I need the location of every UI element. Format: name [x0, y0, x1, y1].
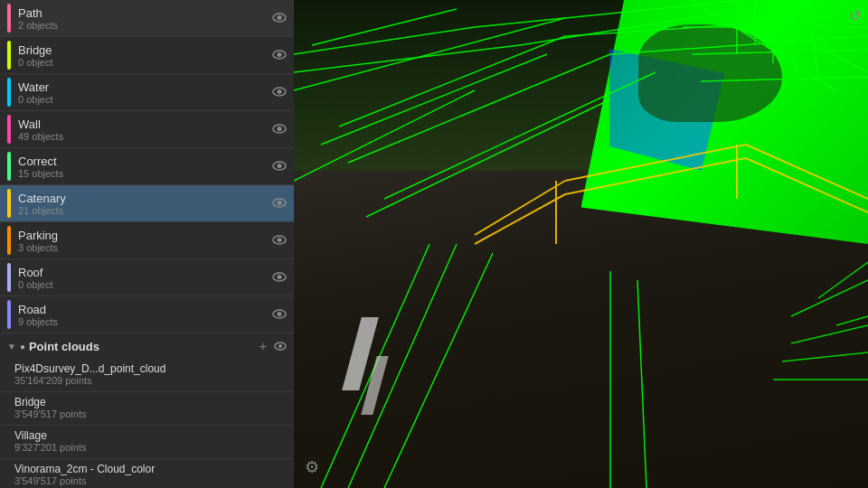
3d-scene-background: ⚙ ↺ — [294, 0, 868, 488]
layer-color-bar — [7, 263, 11, 292]
layer-name: Road — [18, 303, 267, 316]
layer-color-bar — [7, 78, 11, 107]
svg-line-37 — [791, 0, 796, 72]
layer-name: Parking — [18, 229, 267, 242]
svg-point-17 — [278, 312, 282, 316]
layer-color-bar — [7, 189, 11, 218]
viewport[interactable]: ⚙ ↺ — [294, 0, 868, 488]
svg-line-49 — [475, 181, 565, 235]
svg-point-19 — [278, 344, 282, 348]
layer-name: Water — [18, 80, 267, 94]
cloud-points: 9'327'201 points — [14, 442, 287, 453]
svg-line-62 — [836, 316, 868, 325]
svg-line-22 — [294, 18, 565, 90]
svg-line-51 — [746, 145, 868, 199]
layer-text: Catenary 21 objects — [18, 192, 267, 216]
svg-line-30 — [475, 0, 746, 27]
layer-name: Bridge — [18, 43, 267, 57]
layer-item-roof[interactable]: Roof 0 object — [0, 259, 294, 296]
cloud-name: Bridge — [14, 396, 287, 408]
svg-line-54 — [746, 158, 868, 212]
layer-item-catenary[interactable]: Catenary 21 objects — [0, 185, 294, 221]
svg-line-60 — [791, 280, 868, 316]
layer-count: 15 objects — [18, 168, 267, 179]
svg-line-25 — [321, 54, 547, 145]
svg-line-24 — [339, 36, 565, 127]
point-clouds-label: Point clouds — [29, 340, 259, 353]
layer-text: Water 0 object — [18, 80, 267, 105]
cloud-item-0[interactable]: Pix4Dsurvey_D...d_point_cloud 35'164'209… — [0, 359, 294, 391]
layer-name: Correct — [18, 155, 267, 168]
layer-text: Path 2 objects — [18, 6, 267, 31]
layer-count: 21 objects — [18, 205, 267, 216]
svg-line-27 — [294, 90, 475, 181]
layers-list: Path 2 objects Bridge 0 object Water 0 o… — [0, 0, 294, 333]
layer-color-bar — [7, 41, 11, 70]
svg-point-15 — [278, 275, 282, 279]
layer-text: Correct 15 objects — [18, 155, 267, 179]
layer-text: Parking 3 objects — [18, 229, 267, 253]
point-clouds-section-header[interactable]: ▼ ● Point clouds + — [0, 333, 294, 359]
layer-item-correct[interactable]: Correct 15 objects — [0, 148, 294, 184]
cloud-points: 3'549'517 points — [14, 408, 287, 419]
layer-color-bar — [7, 4, 11, 33]
vector-lines-overlay — [294, 0, 868, 488]
layer-color-bar — [7, 152, 11, 181]
cloud-item-3[interactable]: Vinorama_2cm - Cloud_color 3'549'517 poi… — [0, 459, 294, 488]
svg-point-5 — [278, 89, 282, 94]
layer-item-parking[interactable]: Parking 3 objects — [0, 222, 294, 258]
layer-name: Wall — [18, 117, 267, 131]
layer-count: 49 objects — [18, 131, 267, 142]
layer-color-bar — [7, 300, 11, 329]
visibility-toggle-icon[interactable] — [272, 48, 287, 62]
cloud-item-1[interactable]: Bridge 3'549'517 points — [0, 392, 294, 425]
layer-count: 3 objects — [18, 242, 267, 253]
visibility-toggle-icon[interactable] — [272, 159, 287, 174]
layer-item-bridge[interactable]: Bridge 0 object — [0, 37, 294, 73]
layer-item-road[interactable]: Road 9 objects — [0, 296, 294, 333]
cloud-points: 35'164'209 points — [14, 375, 287, 386]
layer-item-path[interactable]: Path 2 objects — [0, 0, 294, 36]
cloud-name: Village — [14, 429, 287, 442]
svg-point-11 — [278, 201, 282, 205]
svg-line-58 — [782, 352, 868, 361]
svg-line-61 — [818, 262, 868, 298]
layer-count: 9 objects — [18, 316, 267, 327]
visibility-toggle-icon[interactable] — [272, 122, 287, 136]
cloud-points: 3'549'517 points — [14, 475, 287, 486]
add-cloud-icon[interactable]: + — [259, 339, 267, 353]
visibility-toggle-icon[interactable] — [272, 196, 287, 211]
svg-line-52 — [475, 194, 565, 244]
layer-color-bar — [7, 115, 11, 144]
cloud-item-2[interactable]: Village 9'327'201 points — [0, 426, 294, 458]
svg-line-29 — [366, 99, 610, 217]
settings-icon[interactable]: ⚙ — [305, 457, 319, 477]
layer-text: Road 9 objects — [18, 303, 267, 327]
layer-item-wall[interactable]: Wall 49 objects — [0, 111, 294, 147]
chevron-down-icon: ▼ — [7, 342, 16, 352]
section-icons: + — [259, 339, 287, 353]
layer-text: Bridge 0 object — [18, 43, 267, 68]
svg-line-33 — [610, 36, 868, 54]
svg-point-9 — [278, 164, 282, 168]
cloud-name: Vinorama_2cm - Cloud_color — [14, 463, 287, 475]
clouds-list: Pix4Dsurvey_D...d_point_cloud 35'164'209… — [0, 359, 294, 488]
visibility-toggle-icon[interactable] — [272, 233, 287, 248]
visibility-toggle-icon[interactable] — [272, 307, 287, 322]
layer-count: 2 objects — [18, 20, 267, 31]
layer-item-water[interactable]: Water 0 object — [0, 74, 294, 110]
reset-view-icon[interactable]: ↺ — [849, 7, 861, 24]
eye-section-icon[interactable] — [274, 339, 287, 353]
layer-text: Wall 49 objects — [18, 117, 267, 142]
svg-point-1 — [278, 15, 282, 20]
sidebar: Path 2 objects Bridge 0 object Water 0 o… — [0, 0, 294, 488]
svg-line-41 — [701, 77, 868, 81]
visibility-toggle-icon[interactable] — [272, 11, 287, 25]
svg-line-23 — [312, 9, 457, 45]
svg-point-3 — [278, 52, 282, 57]
visibility-toggle-icon[interactable] — [272, 270, 287, 285]
scene — [294, 0, 868, 488]
svg-line-20 — [294, 27, 475, 54]
visibility-toggle-icon[interactable] — [272, 85, 287, 99]
cloud-name: Pix4Dsurvey_D...d_point_cloud — [14, 362, 287, 375]
